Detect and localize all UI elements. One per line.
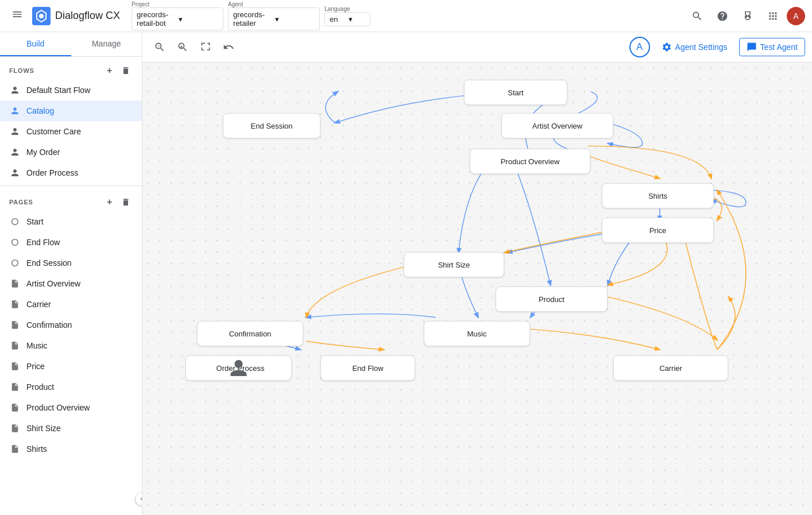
canvas-toolbar-right: A Agent Settings Test Agent [629, 37, 805, 57]
language-dropdown-arrow: ▾ [349, 15, 365, 24]
sidebar-item-my-order[interactable]: My Order [0, 142, 142, 162]
node-label-artist-overview: Artist Overview [532, 122, 582, 130]
sidebar-tabs: Build Manage [0, 32, 142, 57]
app-title: Dialogflow CX [55, 10, 120, 22]
node-label-start: Start [508, 88, 523, 97]
page-label-shirts: Shirts [26, 444, 47, 454]
flow-icon-customer-care [9, 126, 21, 137]
pages-section-header: PAGES + [0, 188, 142, 211]
flow-label-catalog: Catalog [26, 106, 54, 115]
add-flow-btn[interactable]: + [103, 64, 117, 78]
menu-icon[interactable] [7, 4, 28, 28]
project-dropdown-arrow: ▾ [179, 15, 218, 24]
tab-manage[interactable]: Manage [71, 32, 142, 56]
page-label-end-session: End Session [26, 258, 72, 268]
test-agent-btn[interactable]: Test Agent [739, 38, 805, 56]
canvas-toolbar: A Agent Settings Test Agent [142, 32, 812, 63]
flow-node-product[interactable]: Product [496, 286, 608, 312]
svg-point-1 [39, 14, 44, 18]
sidebar-item-default-start-flow[interactable]: Default Start Flow [0, 80, 142, 100]
page-icon-start [9, 216, 21, 227]
flows-section-header: FLOWS + [0, 57, 142, 80]
agent-settings-btn[interactable]: Agent Settings [655, 38, 734, 56]
delete-page-btn[interactable] [119, 195, 133, 209]
sidebar-item-product[interactable]: Product [0, 377, 142, 397]
hourglass-icon-btn[interactable] [736, 5, 759, 28]
page-label-carrier: Carrier [26, 300, 51, 309]
sidebar-item-artist-overview[interactable]: Artist Overview [0, 273, 142, 294]
help-icon-btn[interactable] [711, 5, 734, 28]
sidebar-item-customer-care[interactable]: Customer Care [0, 121, 142, 142]
pages-section-actions: + [103, 195, 133, 209]
agent-value: grecords-retailer [233, 10, 273, 28]
sidebar-item-end-session[interactable]: End Session [0, 253, 142, 273]
zoom-out-btn[interactable] [149, 37, 170, 57]
search-icon-btn[interactable] [686, 5, 709, 28]
tab-build[interactable]: Build [0, 32, 71, 56]
sidebar-item-start[interactable]: Start [0, 211, 142, 232]
flow-node-product-overview[interactable]: Product Overview [470, 149, 590, 174]
flow-canvas: StartEnd SessionArtist OverviewProduct O… [142, 63, 812, 515]
sidebar-item-confirmation[interactable]: Confirmation [0, 315, 142, 335]
page-label-end-flow: End Flow [26, 238, 60, 247]
flow-label-customer-care: Customer Care [26, 127, 81, 136]
language-label: Language [324, 6, 370, 12]
apps-icon-btn[interactable] [761, 5, 784, 28]
node-label-product-overview: Product Overview [501, 157, 560, 166]
page-label-confirmation: Confirmation [26, 320, 72, 330]
zoom-in-btn[interactable] [172, 37, 193, 57]
project-label: Project [132, 1, 223, 7]
flow-node-music[interactable]: Music [424, 321, 530, 346]
sidebar-item-order-process[interactable]: Order Process [0, 162, 142, 183]
sidebar-item-shirt-size[interactable]: Shirt Size [0, 418, 142, 439]
flow-label-my-order: My Order [26, 148, 60, 157]
sidebar-item-music[interactable]: Music [0, 335, 142, 356]
flow-node-confirmation[interactable]: Confirmation [197, 321, 303, 346]
flow-node-price[interactable]: Price [602, 218, 714, 243]
pages-section-label: PAGES [9, 199, 33, 206]
fit-view-btn[interactable] [195, 37, 216, 57]
flow-icon-my-order [9, 146, 21, 158]
flows-section-label: FLOWS [9, 67, 34, 74]
flow-label-order-process: Order Process [26, 168, 78, 177]
add-page-btn[interactable]: + [103, 195, 117, 209]
topbar-left: Dialogflow CX [7, 4, 120, 28]
logo-icon [32, 7, 51, 25]
flow-node-order-process[interactable]: Order Process [185, 355, 292, 381]
sidebar-item-carrier[interactable]: Carrier [0, 294, 142, 315]
undo-btn[interactable] [218, 37, 239, 57]
page-icon-music [9, 340, 21, 351]
project-dropdown[interactable]: grecords-retail-bot ▾ [132, 7, 223, 30]
sidebar-item-catalog[interactable]: Catalog [0, 100, 142, 121]
page-icon-artist-overview [9, 278, 21, 289]
page-icon-end-session [9, 257, 21, 269]
sidebar-item-shirts[interactable]: Shirts [0, 439, 142, 459]
page-label-product: Product [26, 382, 54, 392]
flow-node-start[interactable]: Start [464, 80, 567, 105]
flow-icon-default-start-flow [9, 84, 21, 96]
flow-node-shirts[interactable]: Shirts [602, 183, 714, 208]
page-label-music: Music [26, 341, 48, 350]
page-label-start: Start [26, 217, 44, 226]
user-avatar-btn[interactable]: A [787, 7, 805, 25]
flow-label-default-start-flow: Default Start Flow [26, 86, 90, 95]
agent-dropdown[interactable]: grecords-retailer ▾ [228, 7, 320, 30]
sidebar-item-end-flow[interactable]: End Flow [0, 232, 142, 253]
flow-node-end-session[interactable]: End Session [223, 113, 320, 138]
node-label-end-session: End Session [251, 122, 293, 130]
flow-node-artist-overview[interactable]: Artist Overview [501, 113, 613, 138]
flow-node-end-flow[interactable]: End Flow [320, 355, 415, 381]
flow-node-carrier[interactable]: Carrier [613, 355, 728, 381]
sidebar-item-price[interactable]: Price [0, 356, 142, 377]
language-dropdown[interactable]: en ▾ [324, 12, 370, 26]
sidebar-collapse-btn[interactable] [135, 492, 142, 506]
canvas-toolbar-left [149, 37, 239, 57]
project-selector-group: Project grecords-retail-bot ▾ [132, 1, 223, 30]
delete-flow-btn[interactable] [119, 64, 133, 78]
test-agent-label: Test Agent [760, 42, 798, 52]
svg-point-4 [12, 260, 18, 266]
sidebar-item-product-overview[interactable]: Product Overview [0, 397, 142, 418]
node-label-order-process: Order Process [216, 364, 265, 373]
flow-node-shirt-size[interactable]: Shirt Size [404, 252, 504, 277]
page-icon-confirmation [9, 319, 21, 331]
